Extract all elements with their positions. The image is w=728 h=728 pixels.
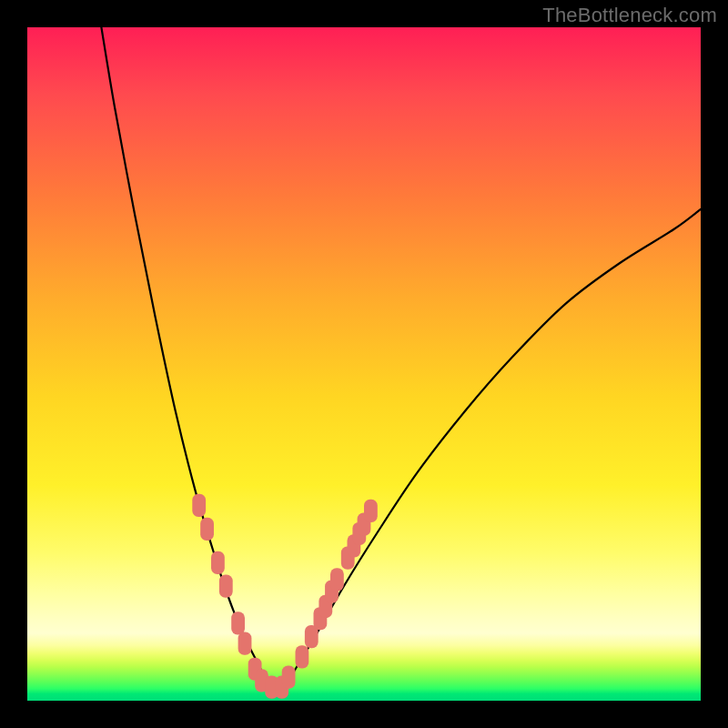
curve-svg	[27, 27, 701, 701]
optimum-marker	[231, 612, 245, 634]
bottleneck-curve	[101, 27, 701, 689]
optimum-marker	[192, 494, 206, 517]
figure-outer: TheBottleneck.com	[0, 0, 728, 728]
optimum-marker	[296, 645, 309, 668]
optimum-marker	[219, 575, 233, 598]
optimum-marker	[282, 666, 296, 689]
plot-area	[27, 27, 701, 701]
watermark-text: TheBottleneck.com	[542, 4, 717, 27]
optimum-marker	[330, 568, 344, 591]
optimum-marker	[238, 632, 252, 655]
optimum-markers	[192, 494, 377, 699]
optimum-marker	[364, 500, 378, 522]
optimum-marker	[200, 518, 214, 541]
optimum-marker	[211, 551, 225, 574]
